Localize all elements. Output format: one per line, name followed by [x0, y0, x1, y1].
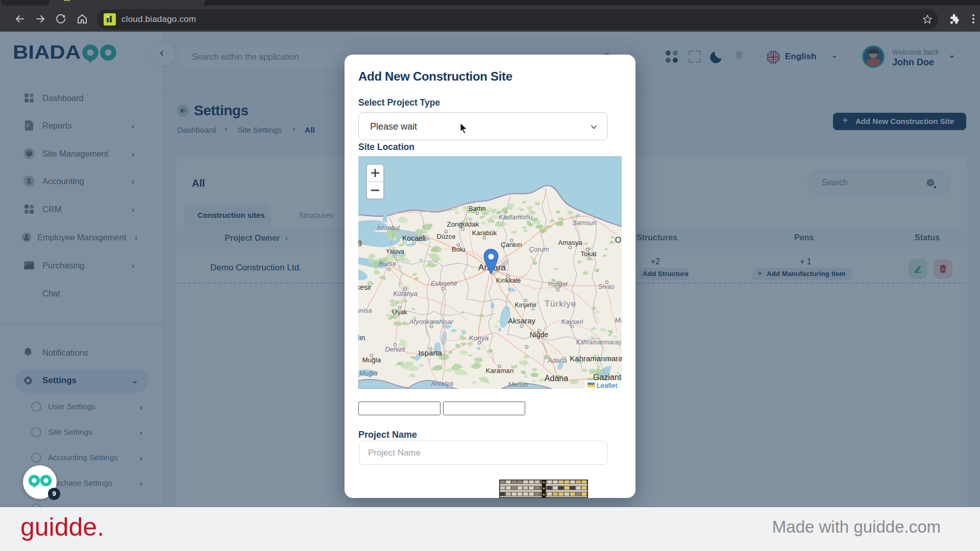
svg-text:Kırıkkale: Kırıkkale: [496, 277, 521, 284]
svg-text:Leaflet: Leaflet: [597, 382, 618, 389]
svg-text:Bartın: Bartın: [469, 205, 485, 212]
svg-text:Uşak: Uşak: [392, 308, 407, 316]
svg-text:Mai: Mai: [615, 316, 622, 324]
svg-text:Muğla: Muğla: [359, 369, 377, 377]
svg-text:Aksaray: Aksaray: [508, 316, 536, 325]
svg-text:Karabük: Karabük: [472, 229, 497, 237]
svg-text:Niğde: Niğde: [530, 331, 549, 339]
svg-text:Eskişehir: Eskişehir: [431, 280, 458, 287]
svg-text:Türkiye: Türkiye: [545, 299, 577, 309]
svg-text:Kahramanmaraş: Kahramanmaraş: [576, 339, 622, 346]
svg-text:ğ: ğ: [358, 239, 362, 246]
svg-text:Yozgat: Yozgat: [547, 280, 568, 288]
svg-text:Çorum: Çorum: [529, 245, 549, 253]
svg-text:Zonguldak: Zonguldak: [447, 220, 479, 228]
svg-text:Adana: Adana: [545, 374, 568, 383]
svg-text:Kocaeli: Kocaeli: [402, 234, 426, 242]
svg-text:Samsun: Samsun: [572, 219, 597, 227]
svg-text:Bursa: Bursa: [379, 260, 396, 267]
svg-text:Konya: Konya: [469, 334, 489, 342]
svg-text:Adana: Adana: [547, 357, 567, 364]
svg-text:Karaman: Karaman: [486, 367, 514, 374]
svg-text:Çankırı: Çankırı: [501, 241, 522, 248]
svg-text:Denizli: Denizli: [385, 345, 405, 353]
svg-text:Yalova: Yalova: [386, 248, 404, 255]
svg-text:anisa: anisa: [358, 307, 372, 314]
svg-text:Kahramanmara: Kahramanmara: [570, 354, 622, 363]
svg-text:Mersin: Mersin: [508, 381, 528, 388]
svg-text:Kırşehir: Kırşehir: [514, 302, 536, 309]
svg-text:Afyonkarahisar: Afyonkarahisar: [409, 318, 454, 325]
svg-text:Kastamonu: Kastamonu: [499, 213, 532, 221]
svg-text:Amasya: Amasya: [558, 239, 583, 246]
svg-text:lın: lın: [358, 334, 365, 342]
svg-text:Kütahya: Kütahya: [393, 290, 418, 297]
svg-text:Isparta: Isparta: [419, 348, 443, 357]
svg-text:Antalya: Antalya: [430, 380, 453, 387]
svg-text:Düzce: Düzce: [437, 233, 456, 240]
svg-text:İstanbul: İstanbul: [377, 224, 400, 232]
svg-text:O: O: [615, 236, 621, 244]
svg-text:Bolu: Bolu: [452, 245, 465, 253]
svg-text:kesir: kesir: [358, 283, 372, 291]
svg-text:Kayseri: Kayseri: [561, 318, 583, 325]
svg-text:Muğla: Muğla: [362, 356, 381, 364]
svg-text:Sivas: Sivas: [598, 283, 615, 290]
svg-text:Tokat: Tokat: [580, 250, 596, 258]
